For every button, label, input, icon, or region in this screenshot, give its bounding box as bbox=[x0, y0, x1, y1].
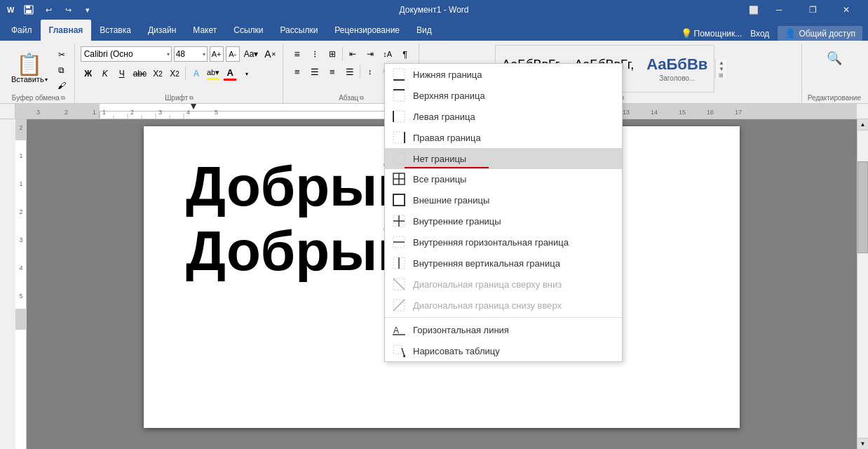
scroll-down-button[interactable]: ▼ bbox=[857, 438, 868, 449]
menu-item-right-border[interactable]: Правая граница bbox=[385, 127, 622, 148]
h-line-icon: A bbox=[392, 323, 406, 337]
assistant-btn[interactable]: 💡 Помощник... bbox=[681, 28, 742, 39]
copy-button[interactable]: ⧉ bbox=[53, 63, 70, 77]
menu-item-bottom-border[interactable]: Нижняя граница bbox=[385, 64, 622, 85]
styles-scroll-down[interactable]: ▼ bbox=[716, 66, 726, 72]
paragraph-expand[interactable]: ⧉ bbox=[360, 95, 364, 102]
tab-mailings[interactable]: Рассылки bbox=[272, 20, 327, 41]
svg-marker-28 bbox=[191, 104, 196, 109]
minimize-button[interactable]: ─ bbox=[763, 0, 795, 20]
svg-rect-50 bbox=[393, 194, 405, 206]
sign-in-btn[interactable]: Вход bbox=[750, 29, 769, 39]
svg-text:2: 2 bbox=[130, 109, 134, 116]
cut-button[interactable]: ✂ bbox=[53, 48, 70, 62]
styles-scroll-up[interactable]: ▲ bbox=[716, 60, 726, 66]
font-size-decrease[interactable]: A- bbox=[226, 46, 240, 62]
sort-button[interactable]: ↕A bbox=[379, 46, 396, 62]
menu-divider-1 bbox=[385, 317, 622, 318]
menu-item-inside-v-border[interactable]: Внутренняя вертикальная граница bbox=[385, 253, 622, 274]
font-size-increase[interactable]: A+ bbox=[210, 46, 224, 62]
svg-line-61 bbox=[393, 300, 405, 311]
menu-item-all-borders[interactable]: Все границы bbox=[385, 168, 622, 189]
multilevel-list-button[interactable]: ⊞ bbox=[324, 46, 341, 62]
tab-view[interactable]: Вид bbox=[408, 20, 440, 41]
font-name-wrapper: Calibri (Осно ▾ bbox=[81, 46, 172, 62]
menu-item-inside-h-border[interactable]: Внутренняя горизонтальная граница bbox=[385, 232, 622, 253]
line-spacing-button[interactable]: ↕ bbox=[362, 64, 379, 79]
scroll-up-button[interactable]: ▲ bbox=[857, 119, 868, 130]
font-color-dropdown[interactable]: ▾ bbox=[239, 66, 255, 81]
align-center-button[interactable]: ☰ bbox=[306, 64, 323, 79]
bold-button[interactable]: Ж bbox=[81, 66, 96, 81]
text-highlight-button[interactable]: ab▾ bbox=[205, 66, 221, 81]
decrease-indent-button[interactable]: ⇤ bbox=[344, 46, 361, 62]
qat-undo[interactable]: ↩ bbox=[41, 2, 56, 18]
increase-indent-button[interactable]: ⇥ bbox=[362, 46, 379, 62]
change-case-button[interactable]: Aa▾ bbox=[242, 46, 261, 62]
scroll-thumb[interactable] bbox=[857, 161, 868, 253]
clear-format-button[interactable]: A✕ bbox=[262, 46, 278, 62]
find-button[interactable]: 🔍 bbox=[821, 48, 848, 69]
paragraph-label: Абзац ⧉ bbox=[339, 93, 364, 102]
restore-button[interactable]: ❐ bbox=[796, 0, 829, 20]
qat-redo[interactable]: ↪ bbox=[60, 2, 76, 18]
text-effects-button[interactable]: A bbox=[189, 66, 204, 81]
tab-references[interactable]: Ссылки bbox=[225, 20, 271, 41]
tab-layout[interactable]: Макет bbox=[184, 20, 225, 41]
underline-button[interactable]: Ч bbox=[114, 66, 130, 81]
top-border-icon bbox=[392, 88, 406, 102]
outside-borders-icon bbox=[392, 193, 406, 207]
menu-item-no-border[interactable]: Нет границы bbox=[385, 148, 622, 169]
ruler-side-right bbox=[857, 104, 868, 119]
italic-button[interactable]: K bbox=[97, 66, 113, 81]
share-btn[interactable]: 👤 Общий доступ bbox=[778, 26, 862, 41]
svg-text:A: A bbox=[393, 326, 399, 335]
editing-content: 🔍 bbox=[821, 45, 848, 93]
vertical-ruler-margin bbox=[0, 119, 15, 449]
menu-item-inside-borders[interactable]: Внутренние границы bbox=[385, 210, 622, 232]
vertical-ruler: 2 1 1 2 3 4 5 bbox=[15, 119, 27, 449]
menu-item-left-border[interactable]: Левая граница bbox=[385, 106, 622, 127]
bullets-button[interactable]: ≡ bbox=[289, 46, 306, 62]
menu-item-outside-borders[interactable]: Внешние границы bbox=[385, 189, 622, 210]
format-painter-button[interactable]: 🖌 bbox=[53, 79, 70, 93]
svg-rect-6 bbox=[618, 104, 829, 119]
tab-file[interactable]: Файл bbox=[3, 20, 41, 41]
show-marks-button[interactable]: ¶ bbox=[397, 46, 414, 62]
align-left-button[interactable]: ≡ bbox=[289, 64, 306, 79]
qat-save[interactable] bbox=[21, 2, 36, 18]
font-name-select[interactable]: Calibri (Осно bbox=[81, 46, 172, 62]
font-expand[interactable]: ⧉ bbox=[189, 95, 194, 102]
strikethrough-button[interactable]: abc bbox=[131, 66, 149, 81]
svg-text:W: W bbox=[7, 6, 15, 14]
inside-h-border-icon bbox=[392, 235, 406, 249]
paste-button[interactable]: 📋 Вставить ▾ bbox=[7, 53, 52, 85]
superscript-button[interactable]: X2 bbox=[167, 66, 182, 81]
tab-design[interactable]: Дизайн bbox=[140, 20, 184, 41]
tab-home[interactable]: Главная bbox=[41, 20, 92, 41]
svg-text:17: 17 bbox=[735, 109, 742, 116]
menu-item-h-line[interactable]: A Горизонтальная линия bbox=[385, 319, 622, 340]
svg-rect-40 bbox=[393, 90, 405, 101]
style-heading1[interactable]: АаБбВв Заголово... bbox=[640, 46, 714, 92]
qat-customize[interactable]: ▾ bbox=[80, 2, 95, 18]
font-label: Шрифт ⧉ bbox=[165, 93, 194, 102]
svg-text:3: 3 bbox=[36, 109, 40, 116]
subscript-button[interactable]: X2 bbox=[150, 66, 165, 81]
menu-item-draw-table[interactable]: Нарисовать таблицу bbox=[385, 340, 622, 361]
close-button[interactable]: ✕ bbox=[830, 0, 862, 20]
font-size-select[interactable]: 48 bbox=[174, 46, 208, 62]
svg-text:1: 1 bbox=[19, 152, 22, 159]
font-color-button[interactable]: A bbox=[222, 66, 238, 81]
justify-button[interactable]: ☰ bbox=[341, 64, 358, 79]
styles-more[interactable]: ⊞ bbox=[716, 72, 726, 79]
numbering-button[interactable]: ⁝ bbox=[306, 46, 323, 62]
clipboard-expand[interactable]: ⧉ bbox=[61, 95, 65, 102]
menu-item-top-border[interactable]: Верхняя граница bbox=[385, 85, 622, 106]
ribbon-display-options[interactable]: ⬜ bbox=[746, 2, 761, 18]
tab-review[interactable]: Рецензирование bbox=[326, 20, 408, 41]
tab-insert[interactable]: Вставка bbox=[91, 20, 140, 41]
title-bar: W ↩ ↪ ▾ Документ1 - Word ⬜ ─ ❐ ✕ bbox=[0, 0, 868, 20]
align-right-button[interactable]: ≡ bbox=[324, 64, 341, 79]
svg-rect-64 bbox=[393, 345, 402, 354]
